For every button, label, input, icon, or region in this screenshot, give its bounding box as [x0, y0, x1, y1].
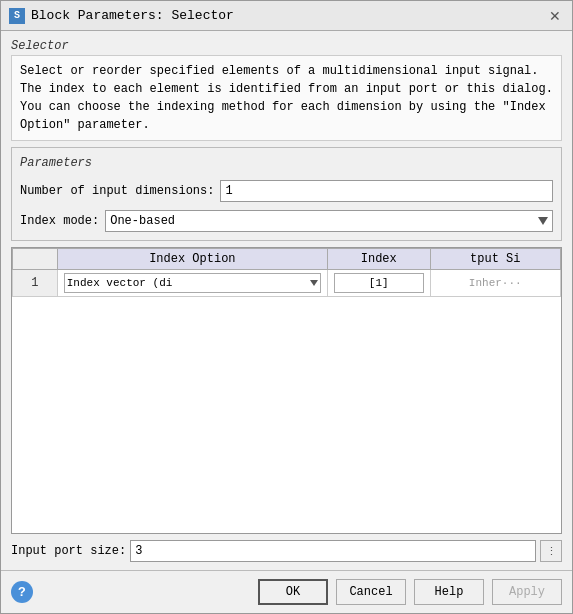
num-dimensions-input[interactable]	[220, 180, 553, 202]
col-header-num	[13, 249, 58, 270]
close-button[interactable]: ✕	[546, 7, 564, 25]
cell-index-1[interactable]	[328, 270, 431, 297]
dialog-window: S Block Parameters: Selector ✕ Selector …	[0, 0, 573, 614]
help-icon-button[interactable]: ?	[11, 581, 33, 603]
cell-tput-1: Inher···	[430, 270, 560, 297]
apply-button[interactable]: Apply	[492, 579, 562, 605]
num-dimensions-label: Number of input dimensions:	[20, 184, 214, 198]
index-table-container: Index Option Index tput Si 1 Index vecto…	[11, 247, 562, 534]
col-header-index: Index	[328, 249, 431, 270]
titlebar: S Block Parameters: Selector ✕	[1, 1, 572, 31]
input-port-dots-button[interactable]: ⋮	[540, 540, 562, 562]
parameters-section: Parameters Number of input dimensions: I…	[11, 147, 562, 241]
selector-section: Selector Select or reorder specified ele…	[11, 39, 562, 141]
cell-index-option-1[interactable]: Index vector (di	[57, 270, 327, 297]
ok-button[interactable]: OK	[258, 579, 328, 605]
index-option-select-1[interactable]: Index vector (di	[64, 273, 321, 293]
cancel-button[interactable]: Cancel	[336, 579, 406, 605]
index-input-1[interactable]	[334, 273, 424, 293]
col-header-index-option: Index Option	[57, 249, 327, 270]
selector-description: Select or reorder specified elements of …	[11, 55, 562, 141]
input-port-label: Input port size:	[11, 544, 126, 558]
window-icon: S	[9, 8, 25, 24]
index-table: Index Option Index tput Si 1 Index vecto…	[12, 248, 561, 297]
col-header-tput-si: tput Si	[430, 249, 560, 270]
num-dimensions-row: Number of input dimensions:	[20, 180, 553, 202]
selector-section-label: Selector	[11, 39, 562, 53]
input-port-input[interactable]	[130, 540, 536, 562]
window-title: Block Parameters: Selector	[31, 8, 540, 23]
index-mode-label: Index mode:	[20, 214, 99, 228]
footer: ? OK Cancel Help Apply	[1, 570, 572, 613]
dialog-content: Selector Select or reorder specified ele…	[1, 31, 572, 570]
parameters-section-label: Parameters	[20, 156, 553, 170]
index-mode-row: Index mode: One-based Zero-based	[20, 210, 553, 232]
index-mode-select[interactable]: One-based Zero-based	[105, 210, 553, 232]
row-num-1: 1	[13, 270, 58, 297]
input-port-row: Input port size: ⋮	[11, 540, 562, 562]
table-row: 1 Index vector (di Inher···	[13, 270, 561, 297]
help-button[interactable]: Help	[414, 579, 484, 605]
